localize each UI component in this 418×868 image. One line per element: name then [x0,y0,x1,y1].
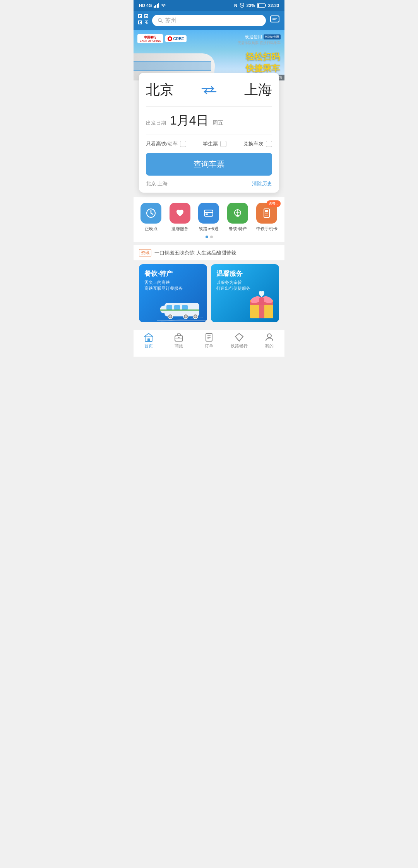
page-dots [134,236,284,240]
filter-student[interactable]: 学生票 [203,140,226,147]
filter-exchange-checkbox[interactable] [266,141,272,147]
promo-food-subtitle: 舌尖上的高铁 高铁互联网订餐服务 [144,280,183,292]
search-ticket-button[interactable]: 查询车票 [146,153,272,176]
svg-point-52 [185,315,187,318]
nav-home-label: 首页 [144,343,153,349]
nav-orders[interactable]: 订单 [194,333,224,349]
clock-icon [146,208,156,219]
alarm-icon [239,3,245,8]
promo-card-food[interactable]: 餐饮·特产 舌尖上的高铁 高铁互联网订餐服务 [139,264,207,322]
svg-rect-17 [146,16,147,17]
svg-rect-63 [147,338,150,342]
filter-student-label: 学生票 [203,140,218,147]
nav-railpass-label: 铁路畅行 [231,343,248,349]
svg-point-72 [267,334,271,338]
search-bar: 苏州 [134,11,284,30]
svg-marker-71 [235,333,243,341]
service-item-delay[interactable]: 正晚点 [140,203,161,232]
nav-railpass[interactable]: 铁路畅行 [224,333,254,349]
food-icon [232,208,243,219]
filter-student-checkbox[interactable] [220,141,226,147]
filter-gaotie-checkbox[interactable] [180,141,186,147]
heart-icon [175,208,185,219]
filter-gaotie-label: 只看高铁/动车 [146,140,178,147]
history-text: 北京-上海 [146,180,168,187]
date-value: 1月4日 [170,112,209,129]
signal-icon [154,3,159,8]
news-tag: 资讯 [139,249,151,256]
briefcase-icon [174,333,183,342]
rail-logo: 铁路e卡通 [264,34,281,39]
bottom-nav: 首页 商旅 订单 铁路畅行 我的 [134,329,284,357]
service-item-ecard[interactable]: 铁路e卡通 [198,203,219,232]
orders-icon [204,333,214,342]
svg-rect-10 [265,4,266,7]
nav-business-label: 商旅 [175,343,183,349]
to-city[interactable]: 上海 [218,80,272,99]
dot-1 [206,236,208,238]
simcard-badge: 送餐... [267,200,281,207]
food-icon-wrap [227,203,248,224]
svg-point-54 [194,315,197,318]
service-item-simcard[interactable]: 送餐... 中铁手机卡 [256,203,278,232]
slogan-1: 轻松扫码 [246,51,280,63]
booking-card: 北京 上海 出发日期 1月4日 周五 只看高铁/动车 学生票 兑换车次 [139,73,279,193]
service-section: 正晚点 温馨服务 铁路e卡通 [134,197,284,242]
svg-point-50 [169,315,171,318]
filter-exchange-label: 兑换车次 [243,140,264,147]
service-label-delay: 正晚点 [145,226,158,232]
message-icon[interactable] [270,14,280,27]
scan-icon[interactable] [138,14,148,27]
swap-icon [201,85,217,95]
route-selector: 北京 上海 [146,80,272,99]
svg-rect-16 [140,22,141,23]
filter-exchange[interactable]: 兑换车次 [243,140,272,147]
swap-button[interactable] [200,84,218,96]
service-item-food[interactable]: 餐饮·特产 [227,203,248,232]
from-city[interactable]: 北京 [146,80,200,99]
profile-icon [265,333,274,342]
battery-label: 23% [247,3,255,8]
search-input[interactable]: 苏州 [152,15,266,26]
promo-food-title: 餐饮·特产 [144,270,183,278]
svg-rect-39 [265,210,268,212]
svg-rect-37 [236,215,239,217]
svg-rect-32 [204,210,213,216]
battery-icon [257,3,266,8]
history-row: 北京-上海 清除历史 [146,180,272,187]
promo-warmth-title: 温馨服务 [216,270,250,278]
network-label: HD 4G [139,3,152,8]
svg-rect-2 [157,4,158,8]
svg-rect-47 [182,305,188,310]
svg-rect-48 [160,309,199,311]
service-label-simcard: 中铁手机卡 [256,226,278,232]
warmth-icon-wrap [170,203,190,224]
nav-orders-label: 订单 [205,343,213,349]
date-label: 出发日期 [146,120,166,126]
promo-card-warmth[interactable]: 温馨服务 以服务为宗旨 打造出行便捷服务 [211,264,279,322]
clear-history-button[interactable]: 清除历史 [252,180,272,187]
news-ticker[interactable]: 资讯 一口锅煮五味杂陈 人生路品酸甜苦辣 [134,245,284,260]
nav-home[interactable]: 首页 [134,333,164,349]
service-item-warmth[interactable]: 温馨服务 [170,203,190,232]
svg-rect-24 [271,16,279,22]
svg-line-31 [151,213,153,214]
nav-business[interactable]: 商旅 [164,333,194,349]
svg-rect-0 [154,6,155,8]
svg-point-61 [259,297,264,302]
date-selector[interactable]: 出发日期 1月4日 周五 [146,106,272,135]
welcome-text: 欢迎使用 [245,34,262,40]
nav-profile-label: 我的 [265,343,274,349]
search-icon [158,18,163,23]
nav-profile[interactable]: 我的 [254,333,284,349]
filter-gaotie[interactable]: 只看高铁/动车 [146,140,186,147]
service-icons-row: 正晚点 温馨服务 铁路e卡通 [134,203,284,232]
wifi-icon [161,3,166,7]
status-right: N 23% 22:33 [234,3,279,8]
gift-decoration [244,287,279,322]
time-label: 22:33 [268,3,279,8]
filter-row: 只看高铁/动车 学生票 兑换车次 [146,140,272,147]
svg-rect-64 [175,336,183,341]
svg-rect-1 [155,5,156,8]
service-label-ecard: 铁路e卡通 [199,226,218,232]
